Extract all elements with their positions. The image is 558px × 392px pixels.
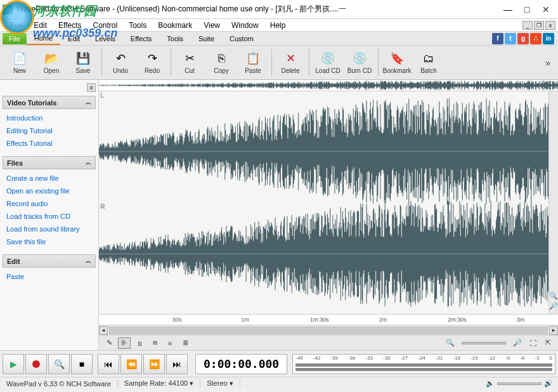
tab-custom[interactable]: Custom [222, 33, 261, 44]
tab-effects[interactable]: Effects [123, 33, 159, 44]
scroll-right-icon[interactable]: ▸ [549, 326, 558, 335]
link-open-file[interactable]: Open an existing file [4, 185, 94, 197]
mdi-restore-button[interactable]: ❐ [534, 21, 544, 30]
menu-control[interactable]: Control [88, 20, 123, 31]
burn-cd-button[interactable]: 💿Burn CD [344, 48, 375, 78]
link-load-cd[interactable]: Load tracks from CD [4, 210, 94, 223]
panel-edit-header[interactable]: Edit ︽ [3, 254, 96, 268]
batch-button[interactable]: 🗂Batch [413, 48, 444, 78]
tab-suite[interactable]: Suite [191, 33, 222, 44]
stumbleupon-icon[interactable]: ∴ [530, 33, 542, 44]
time-mark: 1m [241, 317, 249, 323]
tab-edit[interactable]: Edit [60, 33, 88, 44]
status-version: WavePad v 6.33 © NCH Software [0, 380, 118, 388]
speaker-icon[interactable]: 🔈 [486, 379, 495, 388]
vertical-scrollbar[interactable]: 🔍 🔎 [548, 91, 558, 314]
zoom-in-vertical-icon[interactable]: 🔍 [549, 292, 557, 300]
menu-help[interactable]: Help [265, 20, 291, 31]
file-tab[interactable]: File [3, 33, 27, 44]
toolbar: 📄New 📂Open 💾Save ↶Undo ↷Redo ✂Cut ⎘Copy … [0, 46, 558, 80]
freq-view-icon[interactable]: ⫼ [133, 337, 146, 349]
skip-end-button[interactable]: ⏭ [166, 354, 188, 374]
menu-view[interactable]: View [198, 20, 225, 31]
bookmark-button[interactable]: 🔖Bookmark [381, 48, 413, 78]
facebook-icon[interactable]: f [492, 33, 503, 44]
speaker-loud-icon[interactable]: 🔊 [544, 379, 553, 388]
record-button[interactable] [25, 354, 47, 374]
volume-control: 🔈 🔊 [486, 379, 558, 388]
tab-home[interactable]: Home [27, 32, 60, 45]
open-icon: 📂 [44, 51, 59, 66]
zoom-out-vertical-icon[interactable]: 🔎 [549, 302, 557, 310]
link-create-file[interactable]: Create a new file [4, 172, 94, 185]
tab-tools[interactable]: Tools [159, 33, 191, 44]
new-icon: 📄 [12, 51, 27, 66]
save-button[interactable]: 💾Save [67, 48, 99, 78]
panel-files-header[interactable]: Files ︽ [3, 156, 96, 169]
tab-levels[interactable]: Levels [88, 33, 123, 44]
svg-point-0 [32, 360, 40, 368]
load-cd-button[interactable]: 💿Load CD [312, 48, 344, 78]
zoom-in-icon[interactable]: 🔎 [511, 337, 524, 349]
volume-slider[interactable] [497, 382, 542, 385]
link-introduction[interactable]: Introduction [4, 112, 94, 124]
minimize-button[interactable]: — [498, 3, 517, 16]
scrub-button[interactable]: 🔍 [48, 354, 70, 374]
paste-button[interactable]: 📋Paste [237, 48, 269, 78]
menu-bookmark[interactable]: Bookmark [153, 20, 197, 31]
menu-edit[interactable]: Edit [29, 20, 52, 31]
new-button[interactable]: 📄New [4, 48, 36, 78]
stereo-view-icon[interactable]: ≡ [164, 337, 176, 349]
chevron-up-icon: ︽ [86, 98, 91, 107]
stop-button[interactable]: ■ [71, 354, 93, 374]
panel-title: Files [7, 159, 23, 167]
zoom-slider[interactable] [462, 342, 506, 344]
toolbar-more-icon[interactable]: » [542, 58, 554, 68]
waveform-view-icon[interactable]: ⊪ [118, 337, 131, 349]
play-button[interactable]: ▶ [3, 354, 24, 374]
redo-button[interactable]: ↷Redo [136, 48, 168, 78]
maximize-button[interactable]: □ [517, 3, 536, 16]
zoom-fit-icon[interactable]: ⇱ [542, 337, 554, 349]
mdi-close-button[interactable]: x [545, 21, 555, 30]
linkedin-icon[interactable]: in [543, 33, 554, 44]
mdi-minimize-button[interactable]: _ [522, 21, 533, 30]
link-save-file[interactable]: Save this file [4, 235, 94, 248]
googleplus-icon[interactable]: g [517, 33, 529, 44]
menu-tools[interactable]: Tools [124, 20, 152, 31]
time-ruler[interactable]: 30s 1m 1m:30s 2m 2m:30s 3m [99, 314, 558, 325]
mono-view-icon[interactable]: ≣ [179, 337, 191, 349]
level-meter: -45-42-39-36-33-30-27-24-21-18-15-12-9-6… [292, 354, 555, 374]
zoom-out-icon[interactable]: 🔍 [444, 337, 457, 349]
waveform-overview[interactable] [99, 80, 558, 91]
twitter-icon[interactable]: t [505, 33, 516, 44]
cut-button[interactable]: ✂Cut [174, 48, 205, 78]
link-effects-tutorial[interactable]: Effects Tutorial [4, 137, 94, 150]
forward-button[interactable]: ⏩ [143, 354, 165, 374]
link-record-audio[interactable]: Record audio [4, 197, 94, 210]
undo-button[interactable]: ↶Undo [105, 48, 136, 78]
zoom-selection-icon[interactable]: ⛶ [526, 337, 539, 349]
copy-button[interactable]: ⎘Copy [205, 48, 237, 78]
menu-window[interactable]: Window [226, 20, 264, 31]
scroll-left-icon[interactable]: ◂ [99, 326, 108, 335]
horizontal-scrollbar[interactable]: ◂ ▸ [99, 325, 558, 335]
dropdown-icon[interactable]: ▾ [190, 379, 193, 387]
menu-effects[interactable]: Effects [53, 20, 86, 31]
dropdown-icon[interactable]: ▾ [230, 379, 233, 387]
link-sound-library[interactable]: Load from sound library [4, 223, 94, 235]
menu-file[interactable]: File [5, 20, 27, 31]
skip-start-button[interactable]: ⏮ [98, 354, 119, 374]
rewind-button[interactable]: ⏪ [120, 354, 142, 374]
link-paste[interactable]: Paste [4, 270, 94, 283]
pencil-tool-icon[interactable]: ✎ [103, 337, 115, 349]
paste-icon: 📋 [245, 51, 261, 66]
close-button[interactable]: ✕ [536, 3, 555, 16]
spectral-view-icon[interactable]: ≋ [148, 337, 161, 349]
panel-video-tutorials-header[interactable]: Video Tutorials ︽ [3, 96, 96, 109]
open-button[interactable]: 📂Open [36, 48, 67, 78]
delete-button[interactable]: ✕Delete [275, 48, 306, 78]
waveform-display[interactable]: 🔍 🔎 [99, 91, 558, 314]
sidebar-close-icon[interactable]: x [87, 83, 96, 92]
link-editing-tutorial[interactable]: Editing Tutorial [4, 124, 94, 137]
